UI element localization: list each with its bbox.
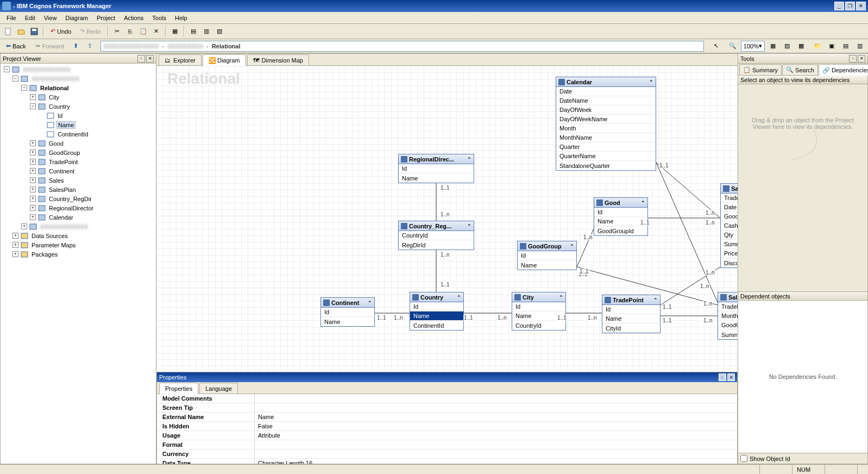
tab-language[interactable]: Language bbox=[199, 383, 238, 394]
nav-tool5[interactable]: ▣ bbox=[826, 40, 838, 52]
entity-field[interactable]: CityId bbox=[602, 323, 660, 333]
entity-country[interactable]: Country⌃IdNameContinentId bbox=[410, 292, 464, 330]
nav-tool7[interactable]: ▥ bbox=[854, 40, 866, 52]
tab-dimension-map[interactable]: 🗺Dimension Map bbox=[247, 54, 309, 65]
nav-tool3[interactable]: ▩ bbox=[795, 40, 807, 52]
entity-field[interactable]: StandaloneQuarter bbox=[556, 161, 656, 170]
tool1-button[interactable]: ▤ bbox=[187, 26, 199, 38]
tree-item-Calendar[interactable]: +Calendar bbox=[2, 213, 155, 222]
entity-field[interactable]: Cashier bbox=[721, 221, 738, 230]
tree-item-Sales[interactable]: +Sales bbox=[2, 176, 155, 185]
tool2-button[interactable]: ▥ bbox=[200, 26, 212, 38]
minimize-button[interactable]: _ bbox=[834, 2, 844, 10]
tool3-button[interactable]: ▧ bbox=[213, 26, 225, 38]
tab-summary[interactable]: 📋Summary bbox=[739, 64, 782, 75]
tree-item-City[interactable]: +City bbox=[2, 92, 155, 102]
entity-salesplan[interactable]: SalesPlan⌃TradePointIdMonthGoodGroupIdSu… bbox=[718, 292, 738, 340]
close-button[interactable]: ✕ bbox=[856, 2, 866, 10]
entity-continent[interactable]: Continent⌃IdName bbox=[320, 297, 375, 327]
nav-tool2[interactable]: ▨ bbox=[781, 40, 793, 52]
dependencies-drop-area[interactable]: Drag & drop an object from the Project V… bbox=[738, 84, 867, 291]
entity-field[interactable]: TradePointId bbox=[721, 194, 738, 203]
property-row[interactable]: UsageAttribute bbox=[157, 431, 737, 440]
entity-tradepoint[interactable]: TradePoint⌃IdNameCityId bbox=[602, 295, 661, 333]
properties-close-button[interactable]: ✕ bbox=[727, 373, 735, 381]
menu-diagram[interactable]: Diagram bbox=[61, 13, 92, 23]
entity-field[interactable]: Name bbox=[321, 317, 374, 326]
save-button[interactable] bbox=[28, 26, 40, 38]
tree-item-Data Sources[interactable]: +Data Sources bbox=[2, 231, 155, 240]
entity-field[interactable]: Name bbox=[602, 314, 660, 323]
panel-dock-button[interactable]: ▫ bbox=[137, 55, 145, 63]
entity-field[interactable]: Id bbox=[518, 251, 576, 260]
grid-button[interactable]: ▦ bbox=[169, 26, 181, 38]
entity-field[interactable]: Discount bbox=[721, 258, 738, 267]
entity-field[interactable]: Date bbox=[721, 203, 738, 212]
entity-field[interactable]: Name bbox=[399, 173, 474, 183]
entity-city[interactable]: City⌃IdNameCountryId bbox=[512, 292, 566, 330]
entity-field[interactable]: Name bbox=[512, 311, 565, 321]
entity-field[interactable]: Price bbox=[721, 249, 738, 258]
entity-field[interactable]: Quarter bbox=[556, 142, 656, 152]
home-button[interactable]: ⇧ bbox=[84, 40, 96, 52]
tab-properties[interactable]: Properties bbox=[159, 383, 198, 394]
tree-item-Good[interactable]: +Good bbox=[2, 139, 155, 148]
tree-item-blurred[interactable]: +XXXXXXXXXXXX bbox=[2, 222, 155, 231]
tree-item-Country[interactable]: −Country bbox=[2, 102, 155, 111]
entity-field[interactable]: TradePointId bbox=[718, 302, 738, 311]
breadcrumb-item[interactable]: XXXXXXXXX bbox=[167, 43, 203, 49]
tree-item-blurred[interactable]: −XXXXXXXXXXXX bbox=[2, 74, 155, 83]
entity-field[interactable]: Id bbox=[602, 305, 660, 314]
property-row[interactable]: Data TypeCharacter Length 16 bbox=[157, 459, 737, 464]
entity-good[interactable]: Good⌃IdNameGoodGroupId bbox=[594, 197, 648, 236]
nav-tool6[interactable]: ▤ bbox=[840, 40, 852, 52]
menu-tools[interactable]: Tools bbox=[148, 13, 171, 23]
nav-tool4[interactable]: 📁 bbox=[812, 40, 823, 52]
entity-field[interactable]: Id bbox=[512, 302, 565, 311]
menu-file[interactable]: File bbox=[2, 13, 21, 23]
entity-field[interactable]: Id bbox=[410, 302, 463, 311]
entity-field[interactable]: Name bbox=[594, 217, 647, 226]
property-row[interactable]: External NameName bbox=[157, 413, 737, 422]
entity-field[interactable]: CountryId bbox=[512, 321, 565, 330]
tree-item-Country_RegDir[interactable]: +Country_RegDir bbox=[2, 194, 155, 203]
restore-button[interactable]: ❐ bbox=[845, 2, 855, 10]
tab-diagram[interactable]: 🔀Diagram bbox=[203, 54, 246, 66]
tools-close-button[interactable]: ✕ bbox=[858, 55, 865, 63]
new-button[interactable] bbox=[2, 26, 14, 38]
entity-goodgroup[interactable]: GoodGroup⌃IdName bbox=[517, 241, 577, 270]
open-button[interactable] bbox=[15, 26, 27, 38]
menu-help[interactable]: Help bbox=[171, 13, 192, 23]
property-row[interactable]: Format bbox=[157, 440, 737, 450]
entity-field[interactable]: QuarterName bbox=[556, 152, 656, 161]
project-tree[interactable]: −XXXXXXXXXXXX−XXXXXXXXXXXX−Relational+Ci… bbox=[1, 64, 156, 260]
delete-button[interactable]: ✕ bbox=[150, 26, 162, 38]
tree-item-blurred[interactable]: −XXXXXXXXXXXX bbox=[2, 65, 155, 74]
diagram-canvas[interactable]: Relational Calendar⌃DateDateNameDayOfWee… bbox=[156, 66, 738, 372]
entity-field[interactable]: Month bbox=[718, 311, 738, 321]
redo-button[interactable]: ↷Redo bbox=[76, 26, 104, 38]
panel-close-button[interactable]: ✕ bbox=[146, 55, 154, 63]
property-row[interactable]: Model Comments bbox=[157, 394, 737, 403]
property-row[interactable]: Currency bbox=[157, 450, 737, 459]
entity-field[interactable]: Id bbox=[321, 308, 374, 317]
menu-view[interactable]: View bbox=[40, 13, 61, 23]
tree-item-Name[interactable]: Name bbox=[2, 120, 155, 129]
copy-button[interactable]: ⎘ bbox=[124, 26, 136, 38]
tab-search[interactable]: 🔍Search bbox=[782, 64, 818, 75]
tools-dock-button[interactable]: ▫ bbox=[849, 55, 857, 63]
forward-button[interactable]: ➡Forward bbox=[32, 40, 67, 52]
tree-item-SalesPlan[interactable]: +SalesPlan bbox=[2, 185, 155, 194]
entity-regionaldirec[interactable]: RegionalDirec...⌃IdName bbox=[398, 154, 474, 183]
properties-grid[interactable]: Model CommentsScreen TipExternal NameNam… bbox=[157, 394, 737, 464]
tree-item-GoodGroup[interactable]: +GoodGroup bbox=[2, 148, 155, 157]
tree-item-ContinentId[interactable]: ContinentId bbox=[2, 129, 155, 139]
entity-field[interactable]: GoodGroupId bbox=[594, 226, 647, 235]
entity-field[interactable]: Month bbox=[556, 124, 656, 133]
entity-field[interactable]: MonthName bbox=[556, 133, 656, 142]
nav-tool1[interactable]: ▦ bbox=[767, 40, 779, 52]
pointer-tool[interactable]: ↖ bbox=[710, 40, 722, 52]
entity-field[interactable]: DayOfWeek bbox=[556, 105, 656, 115]
tree-item-Continent[interactable]: +Continent bbox=[2, 166, 155, 176]
entity-calendar[interactable]: Calendar⌃DateDateNameDayOfWeekDayOfWeekN… bbox=[556, 77, 656, 171]
